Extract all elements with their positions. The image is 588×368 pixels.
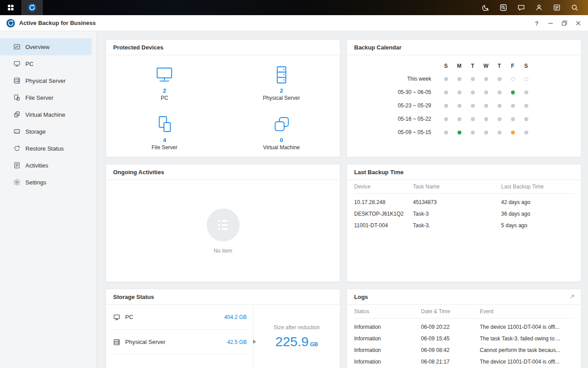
calendar-dot-cell (519, 77, 533, 81)
device-tile-physical-server[interactable]: 2Physical Server (223, 58, 340, 108)
storage-row-physical-server[interactable]: Physical Server42.5 GB (113, 330, 247, 355)
protected-devices-grid: 2PC2Physical Server4File Server0Virtual … (106, 55, 340, 157)
sidebar-item-restore-status[interactable]: Restore Status (0, 140, 92, 157)
table-row[interactable]: Information06-09 08:42Cannot perform the… (354, 344, 574, 356)
storage-row-pc[interactable]: PC404.2 GB (113, 305, 247, 330)
table-cell: Information (354, 335, 421, 342)
minimize-icon (547, 20, 554, 27)
overview-icon (13, 43, 20, 50)
calendar-week-row: 05-09 ~ 05-15 (347, 126, 581, 139)
chat-icon (517, 4, 525, 12)
backup-dot-gray (524, 104, 528, 108)
backup-dot-gray (498, 104, 502, 108)
last-backup-time-card: Last Backup Time DeviceTask NameLast Bac… (347, 164, 581, 282)
card-title: Backup Calendar (354, 44, 401, 51)
calendar-dot-cell (506, 90, 519, 94)
chat-button[interactable] (512, 0, 530, 15)
search-window-button[interactable] (494, 0, 512, 15)
calendar-dot-cell (493, 90, 506, 94)
calendar-week-dots (439, 90, 533, 94)
search-window-icon (499, 4, 507, 12)
table-cell: Cannot perform the task becaus... (480, 347, 574, 353)
column-header: Last Backup Time (501, 184, 574, 190)
calendar-dot-cell (466, 104, 479, 108)
storage-icon (13, 128, 20, 135)
calendar-dot-cell (493, 104, 506, 108)
sidebar-item-storage[interactable]: Storage (0, 123, 92, 140)
backup-dot-gray (498, 117, 502, 121)
notifications-icon (482, 4, 490, 12)
card-header: Logs (347, 289, 581, 305)
activities-icon (13, 162, 20, 169)
close-button[interactable] (575, 20, 582, 27)
calendar-dot-cell (493, 77, 506, 81)
widgets-button[interactable] (548, 0, 566, 15)
backup-dot-gray (498, 131, 502, 135)
calendar-dot-cell (493, 131, 506, 135)
column-header: Status (354, 308, 421, 315)
user-button[interactable] (530, 0, 548, 15)
device-tile-file-server[interactable]: 4File Server (106, 108, 223, 158)
backup-dot-gray (484, 77, 488, 81)
notifications-button[interactable] (477, 0, 494, 15)
sidebar-item-label: Restore Status (25, 145, 64, 152)
search-button[interactable] (566, 0, 584, 15)
table-row[interactable]: Information06-09 15:45The task Task-3. f… (354, 333, 574, 344)
backup-dot-gray (484, 90, 488, 94)
table-cell: Information (354, 359, 421, 365)
sidebar-item-physical-server[interactable]: Physical Server (0, 72, 92, 89)
calendar-week-row: 05-23 ~ 05-29 (347, 99, 581, 112)
taskbar-active-backup-button[interactable] (21, 0, 43, 15)
table-cell: Information (354, 347, 421, 353)
sidebar-item-overview[interactable]: Overview (0, 38, 92, 55)
calendar-dot-cell (479, 104, 493, 108)
sidebar-item-activities[interactable]: Activities (0, 157, 92, 174)
table-cell: Task-3. (413, 222, 501, 229)
calendar-dot-cell (453, 104, 466, 108)
backup-dot-gray (457, 90, 461, 94)
backup-calendar-card: Backup Calendar SMTWTFS This week05-30 ~… (347, 39, 581, 157)
calendar-dot-cell (439, 90, 453, 94)
table-cell: 06-08 21:17 (421, 359, 480, 365)
card-title: Last Backup Time (354, 169, 404, 176)
sidebar-item-pc[interactable]: PC (0, 55, 92, 72)
calendar-dot-cell (439, 131, 453, 135)
ongoing-activities-card: Ongoing Activities No item (106, 164, 340, 282)
main-menu-button[interactable] (0, 0, 21, 15)
card-title: Ongoing Activities (113, 169, 164, 176)
column-header: Device (354, 184, 413, 190)
last-backup-table-body: 10.17.28.2484513487342 days agoDESKTOP-J… (354, 196, 574, 231)
storage-size-link[interactable]: 42.5 GB (227, 339, 247, 345)
backup-dot-gray (444, 90, 448, 94)
table-row[interactable]: DESKTOP-J61K1Q2Task-336 days ago (354, 208, 574, 220)
calendar-week-row: This week (347, 72, 581, 86)
table-row[interactable]: Information06-08 21:17The device 11001-D… (354, 356, 574, 368)
device-tile-pc[interactable]: 2PC (106, 58, 223, 108)
open-logs-icon[interactable] (569, 294, 575, 300)
table-cell: 06-09 15:45 (421, 335, 480, 342)
calendar-dot-cell (479, 77, 493, 81)
maximize-button[interactable] (561, 20, 568, 27)
help-icon: ? (533, 20, 540, 27)
table-row[interactable]: Information06-09 20:22The device 11001-D… (354, 321, 574, 333)
backup-dot-gray (484, 117, 488, 121)
sidebar-item-label: Settings (25, 179, 46, 186)
help-button[interactable]: ? (533, 20, 540, 27)
sidebar-item-file-server[interactable]: File Server (0, 89, 92, 106)
table-row[interactable]: 10.17.28.2484513487342 days ago (354, 196, 574, 208)
sidebar-item-settings[interactable]: Settings (0, 174, 92, 191)
sidebar-item-virtual-machine[interactable]: Virtual Machine (0, 106, 92, 123)
table-row[interactable]: 11001-DT-004Task-3.5 days ago (354, 220, 574, 231)
backup-dot-orange (511, 131, 515, 135)
device-tile-virtual-machine[interactable]: 0Virtual Machine (223, 108, 340, 158)
active-backup-app-icon (6, 19, 15, 28)
backup-dot-gray (444, 131, 448, 135)
empty-state: No item (106, 180, 340, 282)
calendar-dot-cell (506, 131, 519, 135)
search-icon (571, 4, 579, 12)
calendar-day-header-row: SMTWTFS (347, 60, 581, 72)
calendar-dot-cell (466, 131, 479, 135)
minimize-button[interactable] (547, 20, 554, 27)
calendar-dot-cell (439, 117, 453, 121)
storage-size-link[interactable]: 404.2 GB (224, 314, 247, 320)
